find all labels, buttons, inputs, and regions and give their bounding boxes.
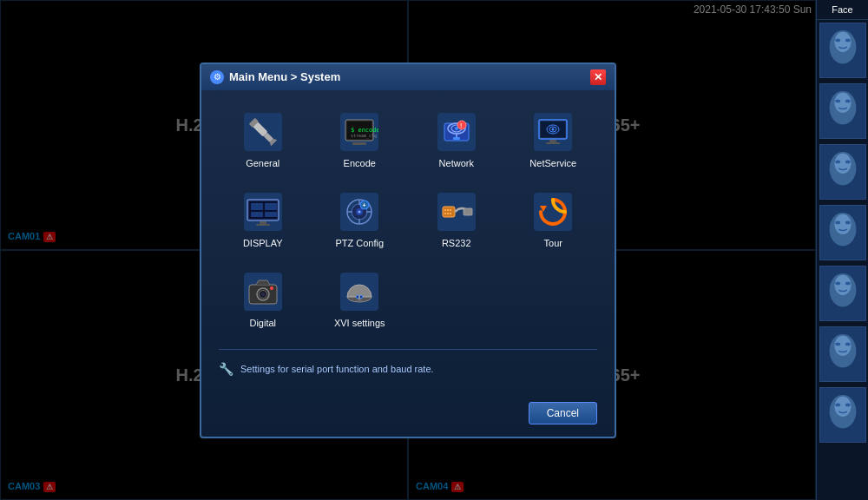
face-panel-header: Face <box>817 0 868 20</box>
menu-label-ptzconfig: PTZ Config <box>335 238 384 248</box>
face-thumb-7 <box>819 387 866 443</box>
refresh-icon <box>532 191 574 233</box>
svg-point-28 <box>835 343 840 346</box>
ptz-icon: + <box>339 191 380 233</box>
menu-item-general[interactable]: General <box>219 104 307 175</box>
svg-point-13 <box>835 161 840 164</box>
svg-point-33 <box>835 404 840 407</box>
menu-item-network[interactable]: ! Network <box>412 104 501 175</box>
svg-point-104 <box>357 299 362 301</box>
svg-text:+: + <box>363 202 366 208</box>
monitor-icon <box>532 111 574 153</box>
menu-item-xvisettings[interactable]: XVI settings <box>316 264 404 335</box>
terminal-icon: $ encode stream_cfg <box>339 111 380 153</box>
dialog-title-icon: ⚙ <box>210 70 224 84</box>
dialog-title: Main Menu > System <box>229 70 585 83</box>
svg-point-32 <box>834 397 851 417</box>
dialog-overlay: ⚙ Main Menu > System ✕ <box>0 0 816 500</box>
hint-text: Settings for serial port function and ba… <box>240 364 434 374</box>
menu-item-display[interactable]: DISPLAY <box>219 184 307 255</box>
menu-label-xvisettings: XVI settings <box>334 318 385 328</box>
svg-rect-66 <box>251 203 263 210</box>
svg-point-23 <box>835 282 840 286</box>
svg-point-27 <box>834 336 851 356</box>
svg-point-99 <box>270 286 273 290</box>
face-thumb-1 <box>819 23 866 78</box>
svg-rect-69 <box>265 212 277 217</box>
dialog-titlebar: ⚙ Main Menu > System ✕ <box>201 64 615 90</box>
svg-text:stream_cfg: stream_cfg <box>351 133 377 139</box>
svg-rect-52 <box>453 137 460 140</box>
dome-icon <box>339 271 380 312</box>
system-dialog: ⚙ Main Menu > System ✕ <box>200 62 616 438</box>
menu-item-encode[interactable]: $ encode stream_cfg Encode <box>316 104 404 175</box>
svg-point-8 <box>835 100 840 103</box>
svg-point-34 <box>845 404 850 407</box>
display-icon <box>242 191 284 233</box>
svg-point-76 <box>358 210 361 213</box>
svg-rect-67 <box>265 203 277 210</box>
svg-point-4 <box>845 39 850 43</box>
menu-label-netservice: NetService <box>529 158 576 168</box>
svg-point-19 <box>845 221 850 225</box>
svg-point-3 <box>835 39 840 43</box>
svg-point-29 <box>845 343 850 346</box>
svg-point-17 <box>834 214 851 234</box>
wrench-icon <box>242 111 284 153</box>
menu-item-rs232[interactable]: RS232 <box>412 184 501 255</box>
face-thumb-6 <box>819 326 866 382</box>
cancel-button[interactable]: Cancel <box>529 402 597 424</box>
network-icon: ! <box>436 111 477 153</box>
menu-label-general: General <box>246 158 279 168</box>
face-thumb-4 <box>819 205 866 260</box>
svg-rect-68 <box>251 212 263 217</box>
camera-icon <box>242 271 284 312</box>
svg-point-7 <box>834 93 851 113</box>
menu-label-encode: Encode <box>344 158 376 168</box>
svg-rect-85 <box>444 209 446 211</box>
svg-point-12 <box>834 154 851 174</box>
menu-grid: General $ encode stream_cfg <box>219 104 597 335</box>
svg-point-2 <box>834 32 851 52</box>
svg-rect-86 <box>447 209 449 211</box>
svg-rect-70 <box>260 221 266 224</box>
svg-rect-89 <box>447 213 449 214</box>
svg-point-24 <box>845 282 850 286</box>
hint-icon: 🔧 <box>219 362 233 376</box>
svg-rect-91 <box>464 208 472 215</box>
svg-rect-90 <box>450 213 451 214</box>
svg-point-9 <box>845 100 850 103</box>
svg-rect-84 <box>443 207 455 217</box>
svg-text:!: ! <box>460 122 462 128</box>
dialog-footer: Cancel <box>201 395 615 437</box>
dialog-hint: 🔧 Settings for serial port function and … <box>219 357 597 381</box>
dialog-content: General $ encode stream_cfg <box>201 90 615 395</box>
svg-point-14 <box>845 161 850 164</box>
menu-item-ptzconfig[interactable]: + PTZ Config <box>316 184 404 255</box>
svg-rect-71 <box>256 224 270 226</box>
menu-label-network: Network <box>439 158 474 168</box>
menu-label-tour: Tour <box>544 238 562 248</box>
cable-icon <box>436 191 477 233</box>
menu-item-digital[interactable]: Digital <box>219 264 307 335</box>
svg-point-98 <box>261 293 265 296</box>
menu-label-display: DISPLAY <box>243 238 283 248</box>
svg-point-60 <box>552 128 555 130</box>
face-panel: Face <box>816 0 868 500</box>
menu-item-netservice[interactable]: NetService <box>510 104 598 175</box>
menu-item-tour[interactable]: Tour <box>510 184 598 255</box>
svg-point-18 <box>835 221 840 225</box>
svg-rect-62 <box>546 142 560 144</box>
svg-rect-87 <box>450 209 451 211</box>
menu-label-rs232: RS232 <box>442 238 471 248</box>
face-thumb-2 <box>819 83 866 139</box>
dialog-close-button[interactable]: ✕ <box>590 69 606 85</box>
svg-point-22 <box>834 275 851 295</box>
svg-rect-61 <box>549 140 556 142</box>
svg-rect-45 <box>352 142 366 145</box>
menu-label-digital: Digital <box>249 318 276 328</box>
face-thumb-5 <box>819 266 866 321</box>
svg-rect-88 <box>444 213 446 214</box>
face-thumb-3 <box>819 144 866 200</box>
dialog-divider <box>219 349 597 350</box>
